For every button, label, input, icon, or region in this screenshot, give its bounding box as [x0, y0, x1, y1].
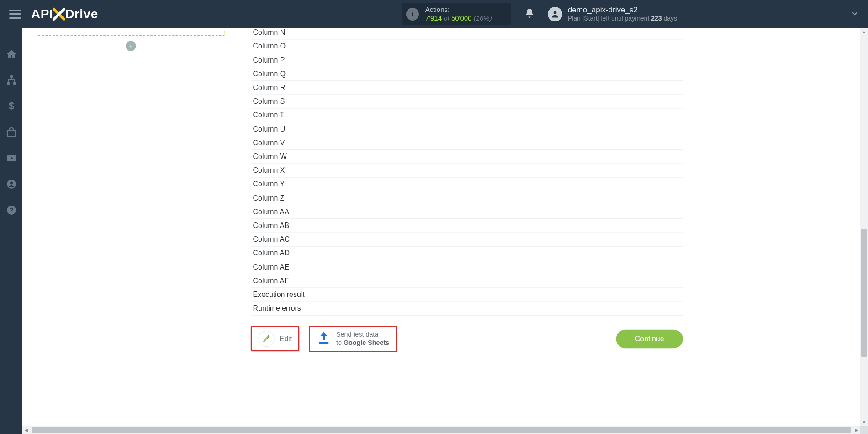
connections-icon[interactable] [6, 74, 17, 85]
step-placeholder [36, 31, 225, 36]
list-item: Column AD [250, 247, 683, 260]
actions-of: of [442, 14, 451, 22]
edit-button[interactable]: Edit [250, 326, 299, 352]
edit-label: Edit [279, 335, 291, 343]
svg-rect-10 [319, 342, 328, 344]
logo-text-b: Drive [65, 7, 98, 21]
info-icon: i [406, 8, 419, 21]
video-icon[interactable] [6, 153, 17, 164]
svg-rect-3 [13, 82, 16, 85]
list-item: Column O [250, 39, 683, 53]
actions-text: Actions: 7'914 of 50'000 (16%) [425, 5, 492, 23]
actions-label: Actions: [425, 5, 492, 14]
action-bar: Edit Send test data to Google Sheets Con… [250, 326, 683, 352]
list-item: Column T [250, 108, 683, 122]
list-item: Column V [250, 136, 683, 150]
list-item: Column AF [250, 274, 683, 288]
user-text: demo_apix-drive_s2 Plan |Start| left unt… [568, 5, 677, 23]
list-item: Column AE [250, 260, 683, 274]
list-item: Column N [250, 28, 683, 40]
list-item: Runtime errors [250, 302, 683, 315]
scroll-thumb[interactable] [861, 229, 867, 357]
svg-point-0 [553, 11, 556, 14]
list-item: Column AB [250, 219, 683, 233]
upload-icon [317, 331, 331, 347]
toolbox-icon[interactable] [6, 127, 17, 138]
billing-icon[interactable]: $ [6, 101, 17, 111]
app-header: API Drive i Actions: 7'914 of 50'000 (16… [0, 0, 868, 28]
list-item: Column Z [250, 191, 683, 205]
user-name: demo_apix-drive_s2 [568, 5, 677, 15]
home-icon[interactable] [6, 48, 17, 59]
scroll-down-icon[interactable]: ▼ [860, 418, 868, 426]
chevron-down-icon[interactable] [851, 9, 859, 19]
add-step-button[interactable]: + [126, 41, 136, 51]
svg-rect-2 [7, 82, 10, 85]
svg-point-7 [10, 182, 13, 185]
user-plan: Plan |Start| left until payment 223 days [568, 15, 677, 23]
main-area: + Column N Column O Column P Column Q Co… [22, 28, 868, 434]
svg-rect-1 [10, 75, 13, 78]
actions-used: 7'914 [425, 14, 442, 22]
list-item: Execution result [250, 288, 683, 302]
send-test-data-button[interactable]: Send test data to Google Sheets [309, 326, 397, 352]
sidebar: $ ? [0, 28, 22, 434]
list-item: Column S [250, 95, 683, 108]
list-item: Column Y [250, 178, 683, 191]
user-menu[interactable]: demo_apix-drive_s2 Plan |Start| left unt… [548, 5, 677, 23]
pencil-icon [258, 331, 274, 347]
field-list: Column N Column O Column P Column Q Colu… [250, 28, 683, 316]
svg-text:?: ? [9, 206, 13, 214]
app-logo[interactable]: API Drive [31, 7, 98, 21]
panel: + Column N Column O Column P Column Q Co… [18, 28, 868, 434]
list-item: Column U [250, 122, 683, 136]
scroll-thumb[interactable] [32, 427, 851, 433]
scroll-right-icon[interactable]: ▶ [852, 426, 860, 434]
actions-limit: 50'000 [451, 14, 472, 22]
list-item: Column P [250, 53, 683, 67]
account-icon[interactable] [6, 179, 17, 190]
logo-x-icon [53, 7, 65, 21]
help-icon[interactable]: ? [6, 205, 17, 216]
list-item: Column W [250, 150, 683, 164]
list-item: Column X [250, 164, 683, 177]
svg-text:$: $ [8, 101, 14, 111]
vertical-scrollbar[interactable]: ▲ ▼ [860, 28, 868, 426]
left-pane: + [18, 28, 243, 434]
avatar-icon [548, 7, 562, 21]
scroll-up-icon[interactable]: ▲ [860, 28, 868, 36]
list-item: Column R [250, 81, 683, 95]
list-item: Column AA [250, 205, 683, 219]
right-pane: Column N Column O Column P Column Q Colu… [243, 28, 697, 434]
horizontal-scrollbar[interactable]: ◀ ▶ [22, 426, 860, 434]
scroll-left-icon[interactable]: ◀ [22, 426, 30, 434]
list-item: Column Q [250, 67, 683, 81]
logo-text-a: API [31, 7, 53, 21]
actions-counter[interactable]: i Actions: 7'914 of 50'000 (16%) [402, 3, 511, 26]
continue-button[interactable]: Continue [616, 330, 683, 349]
scroll-corner [860, 426, 868, 434]
list-item: Column AC [250, 233, 683, 246]
notifications-icon[interactable] [524, 8, 535, 21]
menu-icon[interactable] [9, 10, 21, 19]
actions-pct: (16%) [471, 14, 492, 22]
send-test-text: Send test data to Google Sheets [336, 330, 389, 347]
